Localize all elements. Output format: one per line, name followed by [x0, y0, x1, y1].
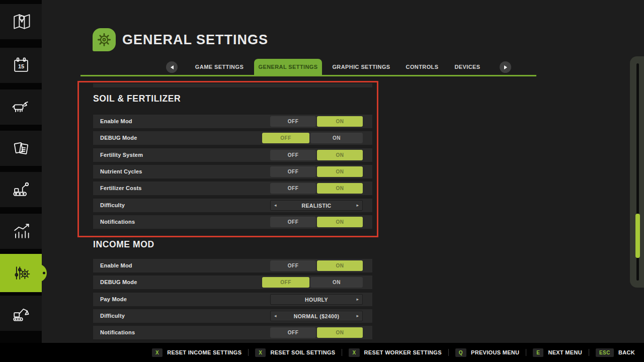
scrollbar-thumb[interactable] [635, 214, 640, 258]
map-icon [10, 11, 32, 33]
toggle-fertilizer-costs: OFF ON [270, 183, 363, 194]
key-x-badge[interactable]: X [255, 348, 266, 357]
reset-worker-settings-button[interactable]: RESET WORKER SETTINGS [364, 349, 442, 355]
toggle-off-button[interactable]: OFF [270, 166, 316, 177]
select-difficulty-income[interactable]: ◂ NORMAL ($2400) ▸ [270, 311, 363, 321]
tab-controls[interactable]: CONTROLS [404, 59, 440, 75]
select-value: REALISTIC [301, 203, 331, 209]
row-enable-mod: Enable Mod OFF ON [93, 115, 372, 128]
toggle-notifications-soil: OFF ON [270, 217, 363, 227]
toggle-on-button[interactable]: ON [317, 327, 363, 338]
tabs-next-button[interactable] [500, 61, 511, 73]
sidebar-item-animals[interactable] [0, 89, 42, 125]
setting-label: Fertilizer Costs [100, 182, 142, 195]
toggle-on-button[interactable]: ON [317, 116, 363, 127]
reset-income-settings-button[interactable]: RESET INCOME SETTINGS [167, 349, 242, 355]
partial-row [93, 83, 372, 87]
sidebar: 15 [0, 0, 42, 343]
footer-separator [342, 349, 342, 356]
row-nutrient-cycles: Nutrient Cycles OFF ON [93, 165, 372, 178]
row-difficulty-soil: Difficulty ◂ REALISTIC ▸ [93, 199, 372, 212]
row-enable-mod-income: Enable Mod OFF ON [93, 259, 372, 273]
calendar-icon: 15 [10, 54, 32, 76]
toggle-off-button[interactable]: OFF [270, 183, 316, 194]
row-debug-mode-income: DEBUG Mode OFF ON [93, 276, 372, 289]
toggle-on-button[interactable]: ON [310, 277, 363, 288]
toggle-on-button[interactable]: ON [317, 166, 363, 177]
toggle-on-button[interactable]: ON [317, 260, 363, 271]
key-x-badge[interactable]: X [152, 348, 163, 357]
section-title-soil-fertilizer: SOIL & FERTILIZER [93, 94, 181, 104]
toggle-on-button[interactable]: ON [317, 150, 363, 160]
footer-separator [526, 349, 526, 356]
toggle-fertility-system: OFF ON [270, 150, 363, 160]
general-settings-screen: 15 [0, 0, 644, 362]
setting-label: Notifications [100, 326, 135, 339]
scrollbar[interactable] [630, 56, 644, 288]
mod-settings-icon [10, 262, 32, 284]
sidebar-item-map[interactable] [0, 4, 42, 39]
chevron-left-icon [171, 65, 174, 69]
next-menu-button[interactable]: NEXT MENU [548, 349, 582, 355]
previous-menu-button[interactable]: PREVIOUS MENU [471, 349, 519, 355]
row-difficulty-income: Difficulty ◂ NORMAL ($2400) ▸ [93, 309, 372, 323]
toggle-debug-mode-income: OFF ON [262, 277, 363, 288]
arrow-right-icon[interactable]: ▸ [356, 295, 359, 304]
arrow-right-icon[interactable]: ▸ [356, 311, 359, 321]
row-notifications-soil: Notifications OFF ON [93, 215, 372, 229]
toggle-enable-mod-income: OFF ON [270, 260, 363, 271]
select-value: HOURLY [305, 297, 328, 303]
toggle-off-button[interactable]: OFF [270, 327, 316, 338]
toggle-nutrient-cycles: OFF ON [270, 166, 363, 177]
toggle-on-button[interactable]: ON [310, 133, 363, 143]
cow-icon [10, 96, 32, 118]
setting-label: Enable Mod [100, 259, 132, 273]
tab-devices[interactable]: DEVICES [452, 59, 482, 75]
back-button[interactable]: BACK [618, 349, 635, 355]
row-debug-mode: DEBUG Mode OFF ON [93, 131, 372, 145]
toggle-on-button[interactable]: ON [317, 183, 363, 194]
toggle-off-button[interactable]: OFF [262, 277, 309, 288]
key-e-badge[interactable]: E [533, 348, 543, 357]
toggle-off-button[interactable]: OFF [270, 150, 316, 160]
footer-separator [589, 349, 589, 356]
arrow-left-icon[interactable]: ◂ [274, 201, 277, 210]
toggle-enable-mod: OFF ON [270, 116, 363, 127]
keybind-footer: X RESET INCOME SETTINGS X RESET SOIL SET… [0, 343, 644, 362]
tabs-prev-button[interactable] [166, 61, 178, 73]
sidebar-item-mod-settings[interactable] [0, 254, 42, 292]
reset-soil-settings-button[interactable]: RESET SOIL SETTINGS [270, 349, 335, 355]
sidebar-item-calendar[interactable]: 15 [0, 48, 42, 83]
key-esc-badge[interactable]: ESC [596, 348, 614, 357]
key-x-badge[interactable]: X [349, 348, 359, 357]
setting-label: Enable Mod [100, 115, 132, 128]
tab-game-settings[interactable]: GAME SETTINGS [190, 59, 249, 75]
arrow-left-icon[interactable]: ◂ [274, 311, 277, 321]
footer-separator [248, 349, 249, 356]
toggle-off-button[interactable]: OFF [270, 116, 316, 127]
toggle-notifications-income: OFF ON [270, 327, 363, 338]
gear-icon [96, 31, 113, 48]
sidebar-item-finances[interactable] [0, 131, 42, 166]
section-title-income-mod: INCOME MOD [93, 239, 154, 250]
row-notifications-income: Notifications OFF ON [93, 326, 372, 339]
toggle-off-button[interactable]: OFF [270, 217, 316, 227]
arrow-right-icon[interactable]: ▸ [356, 201, 359, 210]
row-fertility-system: Fertility System OFF ON [93, 148, 372, 162]
setting-label: DEBUG Mode [100, 276, 137, 289]
sidebar-item-statistics[interactable] [0, 214, 42, 249]
setting-label: DEBUG Mode [100, 131, 137, 145]
select-value: NORMAL ($2400) [294, 313, 340, 319]
toggle-off-button[interactable]: OFF [262, 133, 309, 143]
toggle-off-button[interactable]: OFF [270, 260, 316, 271]
sidebar-item-production[interactable] [0, 172, 42, 207]
select-difficulty-soil[interactable]: ◂ REALISTIC ▸ [270, 200, 363, 211]
setting-label: Notifications [100, 215, 135, 229]
tab-graphic-settings[interactable]: GRAPHIC SETTINGS [331, 59, 391, 75]
sidebar-item-construction[interactable] [0, 296, 42, 331]
page-title: GENERAL SETTINGS [122, 32, 268, 48]
toggle-on-button[interactable]: ON [317, 217, 363, 227]
tab-general-settings[interactable]: GENERAL SETTINGS [254, 59, 322, 75]
key-q-badge[interactable]: Q [455, 348, 466, 357]
select-pay-mode[interactable]: HOURLY ▸ [270, 294, 363, 305]
